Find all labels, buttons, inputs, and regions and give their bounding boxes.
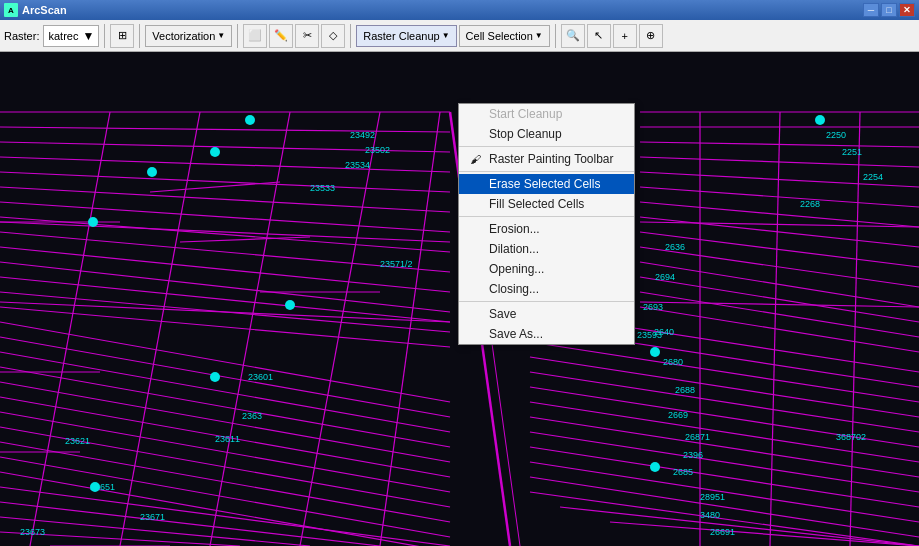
svg-line-66 [850, 112, 860, 546]
svg-point-86 [650, 347, 660, 357]
menu-item-dilation[interactable]: Dilation... [459, 239, 634, 259]
raster-cleanup-arrow: ▼ [442, 31, 450, 40]
raster-cleanup-menu: Start Cleanup Stop Cleanup 🖌 Raster Pain… [458, 103, 635, 345]
menu-sep-1 [459, 146, 634, 147]
raster-combo-arrow[interactable]: ▼ [82, 29, 94, 43]
svg-line-0 [0, 322, 450, 402]
dilation-label: Dilation... [489, 242, 539, 256]
svg-line-50 [640, 187, 919, 207]
tool-btn-1[interactable]: ⬜ [243, 24, 267, 48]
hand-btn[interactable]: + [613, 24, 637, 48]
svg-line-20 [530, 372, 919, 432]
menu-sep-3 [459, 216, 634, 217]
vectorization-arrow: ▼ [217, 31, 225, 40]
menu-sep-2 [459, 171, 634, 172]
menu-item-stop-cleanup[interactable]: Stop Cleanup [459, 124, 634, 144]
page-icon[interactable]: ⊞ [110, 24, 134, 48]
svg-line-11 [0, 487, 450, 546]
svg-line-37 [0, 202, 450, 232]
raster-painting-label: Raster Painting Toolbar [489, 152, 614, 166]
svg-line-54 [640, 247, 919, 287]
menu-item-closing[interactable]: Closing... [459, 279, 634, 299]
svg-line-10 [0, 472, 450, 546]
close-button[interactable]: ✕ [899, 3, 915, 17]
svg-line-49 [640, 172, 919, 187]
start-cleanup-label: Start Cleanup [489, 107, 562, 121]
cell-selection-dropdown[interactable]: Cell Selection ▼ [459, 25, 550, 47]
erase-cells-label: Erase Selected Cells [489, 177, 600, 191]
raster-label: Raster: [4, 30, 39, 42]
app-title: ArcScan [22, 4, 67, 16]
svg-line-62 [300, 112, 380, 546]
raster-value: katrec [48, 30, 78, 42]
svg-line-69 [0, 222, 450, 242]
save-label: Save [489, 307, 516, 321]
tool-btn-3[interactable]: ✂ [295, 24, 319, 48]
svg-line-56 [640, 277, 919, 322]
svg-line-19 [530, 357, 919, 417]
menu-item-erase-cells[interactable]: Erase Selected Cells [459, 174, 634, 194]
svg-line-32 [0, 127, 450, 132]
svg-line-35 [0, 172, 450, 192]
sep1 [104, 24, 105, 48]
svg-point-84 [210, 147, 220, 157]
menu-item-fill-cells[interactable]: Fill Selected Cells [459, 194, 634, 214]
sep3 [237, 24, 238, 48]
menu-sep-4 [459, 301, 634, 302]
menu-item-save[interactable]: Save [459, 304, 634, 324]
tool-btn-4[interactable]: ◇ [321, 24, 345, 48]
sep2 [139, 24, 140, 48]
svg-line-42 [0, 277, 450, 322]
extra-btn[interactable]: ⊕ [639, 24, 663, 48]
svg-line-39 [0, 232, 450, 272]
menu-item-erosion[interactable]: Erosion... [459, 219, 634, 239]
fill-cells-label: Fill Selected Cells [489, 197, 584, 211]
app-icon: A [4, 3, 18, 17]
svg-line-57 [640, 292, 919, 337]
vectorization-dropdown[interactable]: Vectorization ▼ [145, 25, 232, 47]
menu-item-raster-painting[interactable]: 🖌 Raster Painting Toolbar [459, 149, 634, 169]
closing-label: Closing... [489, 282, 539, 296]
svg-line-23 [530, 417, 919, 477]
menu-item-opening[interactable]: Opening... [459, 259, 634, 279]
raster-combo[interactable]: katrec ▼ [43, 25, 99, 47]
svg-line-53 [640, 232, 919, 267]
sep5 [555, 24, 556, 48]
title-bar: A ArcScan ─ □ ✕ [0, 0, 919, 20]
svg-line-36 [0, 187, 450, 212]
zoom-btn[interactable]: 🔍 [561, 24, 585, 48]
svg-point-87 [650, 462, 660, 472]
svg-line-63 [380, 112, 440, 546]
svg-line-1 [0, 337, 450, 417]
svg-line-21 [530, 387, 919, 447]
vectorization-label: Vectorization [152, 30, 215, 42]
minimize-button[interactable]: ─ [863, 3, 879, 17]
menu-item-start-cleanup[interactable]: Start Cleanup [459, 104, 634, 124]
svg-line-25 [530, 447, 919, 507]
map-area[interactable]: 2349223502235342353323571/22360123593236… [0, 52, 919, 546]
svg-point-80 [210, 372, 220, 382]
svg-line-30 [610, 522, 919, 546]
svg-line-55 [640, 262, 919, 307]
window-controls[interactable]: ─ □ ✕ [863, 3, 915, 17]
tool-btn-2[interactable]: ✏️ [269, 24, 293, 48]
cell-selection-arrow: ▼ [535, 31, 543, 40]
svg-point-83 [147, 167, 157, 177]
svg-point-79 [285, 300, 295, 310]
cell-selection-label: Cell Selection [466, 30, 533, 42]
svg-point-82 [88, 217, 98, 227]
svg-line-34 [0, 157, 450, 172]
maximize-button[interactable]: □ [881, 3, 897, 17]
menu-item-save-as[interactable]: Save As... [459, 324, 634, 344]
raster-cleanup-dropdown[interactable]: Raster Cleanup ▼ [356, 25, 456, 47]
svg-line-61 [210, 112, 290, 546]
opening-label: Opening... [489, 262, 544, 276]
svg-line-12 [0, 502, 380, 546]
select-btn[interactable]: ↖ [587, 24, 611, 48]
svg-point-88 [815, 115, 825, 125]
svg-line-27 [530, 477, 919, 537]
erosion-label: Erosion... [489, 222, 540, 236]
svg-line-3 [0, 367, 450, 447]
stop-cleanup-label: Stop Cleanup [489, 127, 562, 141]
svg-point-81 [90, 482, 100, 492]
